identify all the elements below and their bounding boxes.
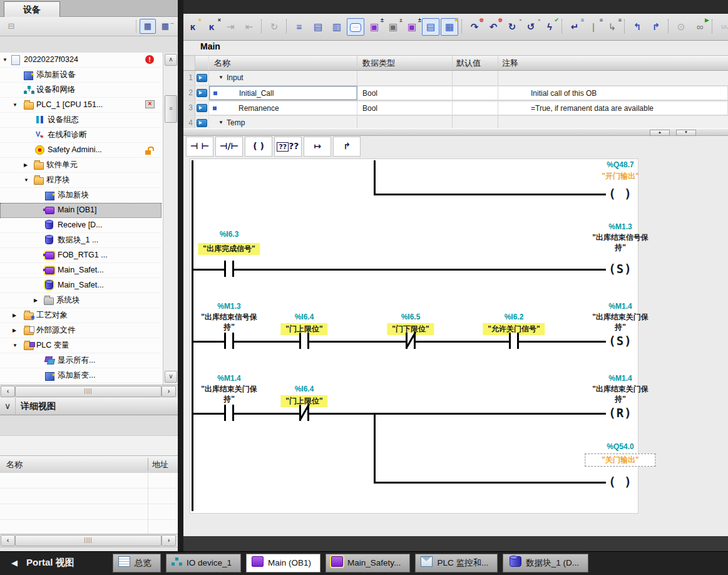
tree-item-show-all-tags[interactable]: 显示所有... [0, 353, 161, 368]
datatype-column-header[interactable]: 数据类型 [357, 56, 453, 70]
n2-contact1-tag[interactable]: "出库完成信号" [198, 243, 260, 255]
editor-tab-button[interactable]: PLC 监控和... [415, 554, 498, 572]
tree-item-receive-db[interactable]: Receive [D... [0, 218, 161, 233]
consistency-check-icon[interactable]: ϟ✔ [541, 18, 558, 36]
panel-horizontal-scrollbar[interactable]: ‹ |||| › [0, 534, 178, 547]
n3-no-contact-1[interactable] [224, 333, 234, 349]
tree-item-data-block-1[interactable]: 数据块_1 ... [0, 233, 161, 248]
expander-icon[interactable]: ▼ [24, 173, 29, 187]
name-cell[interactable]: Remanence [209, 101, 357, 115]
n2-coil-address[interactable]: %M1.3 [564, 222, 677, 231]
tree-item-program-blocks[interactable]: ▼ 程序块 [0, 173, 161, 188]
tree-item-project[interactable]: ▼ 20220227f0324 ! [0, 53, 161, 68]
tab-devices[interactable]: 设备 [4, 1, 60, 17]
operand-display-icon[interactable]: ▣± [403, 18, 421, 36]
name-column-header[interactable]: 名称 [209, 56, 357, 70]
monitoring-icon[interactable]: ∞▶ [691, 18, 709, 36]
expand-all-networks-icon[interactable]: ▤ [309, 18, 327, 36]
tree-item-device-config[interactable]: 设备组态 [0, 113, 161, 128]
section-expander-icon[interactable]: ▼ [218, 71, 223, 85]
absolute-operands-icon[interactable]: ▣± [366, 18, 383, 36]
editor-tab-button[interactable]: 总览 [113, 554, 161, 572]
n4-coil-address[interactable]: %M1.4 [564, 374, 677, 383]
network-list-icon[interactable]: ≡ [290, 18, 308, 36]
nc-contact-button[interactable]: ⊣/⊢ [215, 137, 243, 157]
tree-item-devices-networks[interactable]: 设备和网络 [0, 83, 161, 98]
n4-nc-contact[interactable] [299, 405, 309, 421]
tree-item-add-new-tag-table[interactable]: 添加新变... [0, 368, 161, 383]
tree-item-software-units[interactable]: ▶ 软件单元 [0, 158, 161, 173]
n5-output-coil[interactable]: ( ) [606, 474, 635, 490]
favorites-toggle-icon[interactable]: ▦★ [441, 18, 458, 36]
delete-network-icon[interactable]: ĸ× [203, 18, 220, 36]
n4-no-contact[interactable] [224, 405, 234, 421]
open-in-editor-button[interactable]: ▦→ [157, 19, 173, 34]
datatype-cell[interactable]: Bool [357, 101, 453, 115]
expander-icon[interactable]: ▶ [24, 158, 28, 172]
default-value-cell[interactable] [453, 86, 498, 100]
section-expander-icon[interactable]: ▼ [218, 116, 223, 130]
expander-icon[interactable]: ▶ [13, 308, 16, 323]
datatype-cell[interactable]: Bool [357, 86, 453, 100]
find-icon[interactable]: ⊙ [672, 18, 690, 36]
tree-item-add-new-device[interactable]: 添加新设备 [0, 68, 161, 83]
n2-coil-tag-line1[interactable]: "出库结束信号保 [564, 232, 677, 243]
tree-item-main-ob1[interactable]: Main [OB1] [0, 203, 161, 218]
ladder-network-canvas[interactable]: %Q48.7 "开门输出" ( ) %I6.3 "出库完成信号" %M1.3 "… [190, 158, 638, 514]
n3-no-contact-4[interactable] [509, 333, 519, 349]
n3-coil-address[interactable]: %M1.4 [564, 302, 677, 311]
default-column-header[interactable]: 默认值 [453, 56, 498, 70]
expander-icon[interactable]: ▼ [13, 338, 18, 353]
n4-contact1-address[interactable]: %M1.4 [173, 374, 285, 383]
table-splitter[interactable]: ▲ ▼ [183, 128, 728, 136]
n5-coil-tag-selected[interactable]: "关门输出" [585, 453, 655, 467]
name-cell[interactable]: Initial_Call [209, 86, 357, 100]
goto-next-error-icon[interactable]: ↷⊗ [466, 18, 483, 36]
n4-coil-tag-line2[interactable]: 持" [564, 394, 677, 405]
n4-coil-tag-line1[interactable]: "出库结束关门保 [564, 384, 677, 395]
no-contact-button[interactable]: ⊣ ⊢ [186, 137, 213, 157]
tree-item-online-diagnostics[interactable]: 在线和诊断 [0, 128, 161, 143]
splitter-up-button[interactable]: ▲ [650, 130, 670, 136]
scroll-left-button[interactable]: ‹ [1, 386, 15, 397]
previous-jump-icon[interactable]: ↰ [628, 18, 646, 36]
tree-item-tech-objects[interactable]: ▶ 工艺对象 [0, 308, 161, 323]
n3-contact4-address[interactable]: %I6.2 [458, 313, 570, 321]
scrollbar-thumb[interactable]: |||| [15, 386, 161, 397]
n3-set-coil[interactable]: (S) [606, 333, 635, 349]
n3-contact1-tag-line2[interactable]: 持" [173, 322, 285, 333]
tree-item-fob-rtg1[interactable]: FOB_RTG1 ... [0, 248, 161, 263]
name-cell[interactable]: ▼ Input [209, 71, 357, 85]
tree-item-main-safety-db[interactable]: Main_Safet... [0, 278, 161, 293]
table-view-button[interactable]: ▦ [140, 19, 156, 34]
toolbar-overflow-icon[interactable]: ∪∪▶ [716, 18, 728, 36]
network-comments-toggle-icon[interactable]: … [347, 18, 364, 36]
tree-item-add-new-block[interactable]: 添加新块 [0, 188, 161, 203]
comment-cell[interactable]: =True, if remanent data are available [498, 101, 728, 115]
scrollbar-thumb[interactable]: |||| [15, 535, 161, 546]
n4-reset-coil[interactable]: (R) [606, 405, 635, 421]
next-jump-icon[interactable]: ↱ [647, 18, 665, 36]
comment-cell[interactable]: Initial call of this OB [498, 86, 728, 100]
scroll-up-button[interactable]: ∧ [165, 54, 177, 66]
tree-item-plc1[interactable]: ▼ PLC_1 [CPU 151... × [0, 98, 161, 113]
tree-item-plc-tags[interactable]: ▼ PLC 变量 [0, 338, 161, 353]
datatype-cell[interactable] [357, 71, 453, 85]
editor-tab-button[interactable]: IO device_1 [166, 554, 241, 572]
expander-icon[interactable]: ▶ [13, 323, 16, 338]
variable-row[interactable]: 3 Remanence Bool =True, if remanent data… [183, 101, 728, 116]
sort-filter-icon[interactable]: ⊟ [3, 19, 19, 34]
insert-network-icon[interactable]: ĸ✶ [184, 18, 202, 36]
editor-tab-button[interactable]: Main_Safety... [326, 554, 410, 572]
update-block-calls-icon[interactable]: ↻▫ [503, 18, 521, 36]
expander-icon[interactable]: ▼ [13, 98, 18, 112]
editor-tab-button[interactable]: Main (OB1) [246, 554, 320, 572]
n4-contact2-address[interactable]: %I6.4 [248, 385, 361, 393]
editor-tab-button[interactable]: 数据块_1 (D... [503, 554, 588, 572]
empty-box-button[interactable]: ???? [274, 137, 302, 157]
n3-coil-tag-line1[interactable]: "出库结束关门保 [564, 312, 677, 323]
n2-set-coil[interactable]: (S) [606, 261, 635, 277]
assignment-list-icon[interactable]: ↳≡ [603, 18, 621, 36]
expander-icon[interactable]: ▼ [3, 53, 8, 67]
tree-vertical-scrollbar[interactable]: ∧ ≡ ∨ [163, 53, 178, 385]
